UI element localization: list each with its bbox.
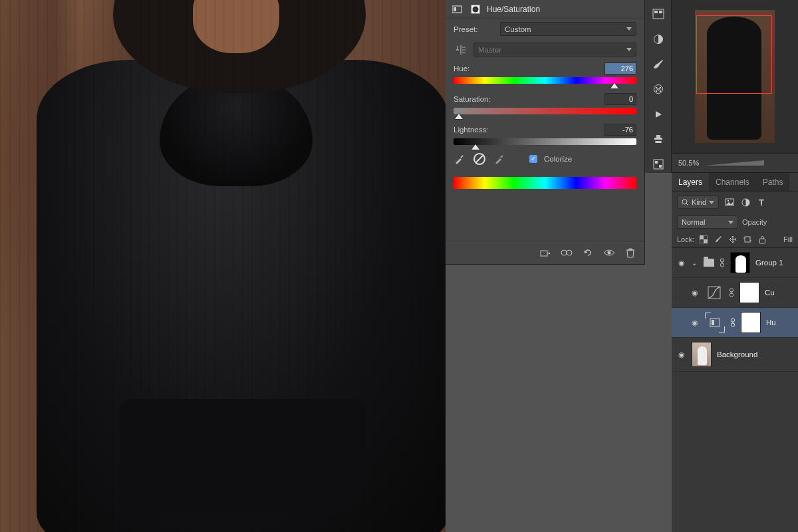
visibility-toggle[interactable]: ◉: [677, 350, 686, 359]
layer-row-huesat[interactable]: ◉ Hu: [672, 308, 798, 338]
svg-point-15: [655, 87, 657, 89]
panel-tabs: Layers Channels Paths: [672, 173, 798, 192]
visibility-toggle[interactable]: ◉: [690, 289, 700, 297]
filter-adjust-icon[interactable]: [740, 197, 751, 207]
visibility-toggle[interactable]: ◉: [677, 259, 686, 267]
play-icon[interactable]: [650, 106, 667, 123]
lightness-slider-row: Lightness: -76: [446, 121, 644, 146]
saturation-label: Saturation:: [454, 95, 491, 103]
reset-icon[interactable]: [582, 247, 594, 259]
svg-rect-31: [700, 235, 704, 239]
layer-name[interactable]: Group 1: [755, 259, 783, 267]
hue-value-field[interactable]: 276: [604, 63, 636, 74]
tab-paths[interactable]: Paths: [756, 173, 790, 191]
svg-rect-1: [454, 7, 456, 11]
svg-marker-24: [704, 160, 764, 166]
targeted-adjust-icon[interactable]: [454, 45, 468, 55]
lightness-slider-thumb[interactable]: [471, 144, 479, 150]
saturation-value-field[interactable]: 0: [604, 93, 636, 105]
chevron-down-icon: [626, 27, 632, 31]
eyedropper-minus-icon[interactable]: [493, 153, 505, 165]
eyedropper-icon[interactable]: [454, 153, 466, 165]
layer-mask-thumbnail[interactable]: [730, 252, 750, 273]
filter-pixel-icon[interactable]: [724, 197, 735, 207]
saturation-slider-row: Saturation: 0: [446, 90, 644, 116]
hue-label: Hue:: [454, 65, 469, 72]
navigator-zoom-bar: 50.5%: [672, 153, 798, 173]
svg-line-26: [686, 203, 688, 205]
eyedropper-disabled-icon: [472, 152, 487, 166]
layer-name[interactable]: Background: [717, 350, 757, 358]
visibility-icon[interactable]: [603, 247, 615, 259]
layer-mask-thumbnail[interactable]: [739, 282, 759, 303]
layer-row-curves[interactable]: ◉ Cu: [672, 278, 798, 308]
lock-artboard-icon[interactable]: [742, 234, 753, 245]
lock-transparency-icon[interactable]: [698, 234, 709, 245]
swatches-icon[interactable]: [650, 80, 667, 98]
mask-icon: [469, 5, 481, 14]
layers-panel: Layers Channels Paths Kind T Normal Opac…: [672, 173, 798, 532]
preset-dropdown[interactable]: Custom: [500, 22, 636, 36]
filter-type-icon[interactable]: T: [756, 197, 767, 207]
svg-point-18: [659, 90, 661, 92]
layer-thumbnail[interactable]: [692, 342, 712, 367]
svg-rect-23: [659, 165, 662, 168]
curves-icon: [705, 283, 724, 302]
svg-line-5: [475, 155, 483, 163]
lock-all-icon[interactable]: [757, 234, 767, 245]
navigator-view-box[interactable]: [696, 15, 772, 94]
saturation-slider-track[interactable]: [454, 108, 636, 114]
view-previous-icon[interactable]: [561, 247, 573, 259]
link-icon: [729, 288, 734, 297]
adjustments-icon[interactable]: [650, 31, 667, 48]
layer-filter-kind[interactable]: Kind: [677, 196, 719, 209]
pattern-icon[interactable]: [650, 156, 667, 173]
adjustment-thumbnail-selected[interactable]: [705, 313, 725, 332]
zoom-slider-icon[interactable]: [704, 159, 764, 167]
preset-label: Preset:: [454, 25, 495, 33]
visibility-toggle[interactable]: ◉: [690, 319, 700, 327]
svg-rect-11: [654, 11, 658, 13]
svg-rect-6: [541, 251, 547, 256]
svg-rect-45: [712, 320, 714, 325]
layer-name[interactable]: Cu: [765, 289, 775, 297]
channel-dropdown[interactable]: Master: [473, 43, 636, 57]
layer-mask-thumbnail[interactable]: [741, 312, 761, 333]
brush-icon[interactable]: [650, 55, 667, 72]
tab-channels[interactable]: Channels: [709, 173, 756, 191]
lightness-value-field[interactable]: -76: [604, 124, 636, 136]
colorize-label: Colorize: [544, 155, 572, 163]
libraries-icon[interactable]: [650, 5, 667, 23]
svg-point-3: [473, 6, 479, 12]
clone-stamp-icon[interactable]: [650, 131, 667, 148]
saturation-slider-thumb[interactable]: [455, 114, 463, 119]
opacity-label: Opacity: [742, 218, 767, 226]
lock-paint-icon[interactable]: [713, 234, 724, 245]
lock-move-icon[interactable]: [728, 234, 738, 245]
svg-rect-32: [704, 239, 708, 243]
layer-row-group[interactable]: ◉ ⌄ Group 1: [672, 248, 798, 278]
colorize-checkbox[interactable]: ✓: [529, 155, 537, 163]
lightness-slider-track[interactable]: [454, 138, 636, 145]
svg-point-25: [682, 200, 687, 204]
tab-layers[interactable]: Layers: [672, 173, 709, 191]
clip-to-layer-icon[interactable]: [539, 247, 551, 259]
blend-mode-dropdown[interactable]: Normal: [677, 215, 738, 229]
hue-slider-track[interactable]: [454, 77, 636, 84]
layer-list: ◉ ⌄ Group 1 ◉ Cu ◉ Hu ◉: [672, 247, 798, 372]
canvas-area[interactable]: [0, 0, 446, 532]
trash-icon[interactable]: [624, 247, 636, 259]
zoom-value[interactable]: 50.5%: [678, 159, 699, 167]
link-icon: [720, 258, 725, 267]
lightness-label: Lightness:: [454, 126, 488, 134]
chevron-down-icon: [626, 48, 632, 51]
svg-rect-20: [655, 141, 662, 143]
hue-slider-thumb[interactable]: [610, 83, 618, 88]
navigator-preview[interactable]: [672, 0, 798, 153]
layer-name[interactable]: Hu: [766, 319, 776, 327]
chevron-down-icon: [709, 201, 714, 204]
svg-point-19: [657, 88, 659, 90]
svg-point-9: [608, 251, 611, 255]
expand-toggle[interactable]: ⌄: [692, 259, 698, 267]
layer-row-background[interactable]: ◉ Background: [672, 338, 798, 372]
